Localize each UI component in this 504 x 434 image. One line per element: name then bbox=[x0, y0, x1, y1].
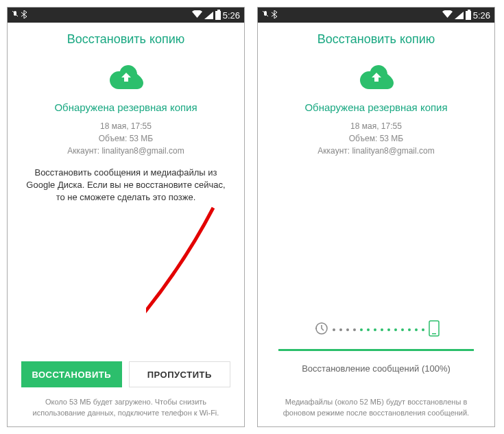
mic-off-icon bbox=[262, 10, 269, 20]
backup-account: Аккаунт: linalityan8@gmail.com bbox=[21, 145, 230, 157]
status-right: 5:26 bbox=[442, 10, 490, 21]
phone-right: 5:26 Восстановить копию Обнаружена резер… bbox=[257, 7, 495, 427]
progress-text: Восстановление сообщений (100%) bbox=[272, 363, 481, 374]
page-title: Восстановить копию bbox=[272, 32, 481, 47]
progress-bar bbox=[278, 349, 474, 351]
history-icon bbox=[313, 321, 328, 339]
status-right: 5:26 bbox=[192, 10, 240, 21]
bluetooth-icon bbox=[21, 10, 27, 21]
signal-icon bbox=[455, 12, 464, 19]
button-row: ВОССТАНОВИТЬ ПРОПУСТИТЬ bbox=[21, 361, 230, 387]
content-left: Восстановить копию Обнаружена резервная … bbox=[8, 23, 244, 426]
footer-text: Около 53 МБ будет загружено. Чтобы снизи… bbox=[21, 397, 230, 418]
backup-found-title: Обнаружена резервная копия bbox=[21, 101, 230, 113]
backup-size: Объем: 53 МБ bbox=[21, 132, 230, 145]
status-left bbox=[262, 10, 277, 21]
skip-button[interactable]: ПРОПУСТИТЬ bbox=[129, 361, 231, 387]
mic-off-icon bbox=[12, 10, 19, 20]
cloud-upload-icon bbox=[272, 47, 481, 101]
description-text: Восстановить сообщения и медиафайлы из G… bbox=[21, 167, 230, 204]
clock-time: 5:26 bbox=[223, 10, 240, 21]
backup-found-title: Обнаружена резервная копия bbox=[272, 101, 481, 113]
backup-date: 18 мая, 17:55 bbox=[21, 120, 230, 132]
footer-text: Медиафайлы (около 52 МБ) будут восстанов… bbox=[272, 397, 481, 418]
cloud-upload-icon bbox=[21, 47, 230, 101]
bluetooth-icon bbox=[272, 10, 277, 21]
restore-button[interactable]: ВОССТАНОВИТЬ bbox=[21, 361, 122, 387]
backup-size: Объем: 53 МБ bbox=[272, 132, 481, 145]
battery-icon bbox=[215, 11, 221, 20]
content-right: Восстановить копию Обнаружена резервная … bbox=[258, 23, 494, 426]
status-bar: 5:26 bbox=[258, 8, 494, 23]
status-left bbox=[12, 10, 27, 21]
page-title: Восстановить копию bbox=[21, 32, 230, 47]
phone-left: 5:26 Восстановить копию Обнаружена резер… bbox=[7, 7, 245, 427]
status-bar: 5:26 bbox=[8, 8, 244, 23]
backup-date: 18 мая, 17:55 bbox=[272, 120, 481, 132]
restore-graphic bbox=[272, 320, 481, 339]
svg-rect-3 bbox=[432, 333, 436, 335]
backup-account: Аккаунт: linalityan8@gmail.com bbox=[272, 145, 481, 157]
progress-area: Восстановление сообщений (100%) bbox=[272, 320, 481, 383]
clock-time: 5:26 bbox=[473, 10, 490, 21]
wifi-icon bbox=[192, 10, 202, 20]
wifi-icon bbox=[442, 10, 453, 20]
phone-icon bbox=[429, 320, 440, 339]
signal-icon bbox=[204, 12, 213, 19]
battery-icon bbox=[466, 11, 471, 20]
